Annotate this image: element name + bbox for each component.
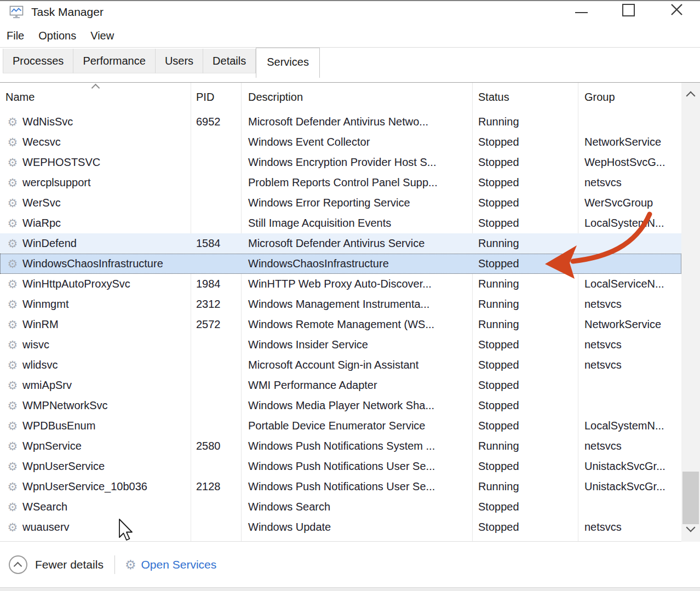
- service-name: WinHttpAutoProxySvc: [22, 274, 130, 294]
- service-row-WiaRpc[interactable]: ⚙WiaRpcStill Image Acquisition EventsSto…: [0, 213, 681, 233]
- service-status: Stopped: [472, 395, 578, 416]
- service-name-cell: ⚙WPDBusEnum: [0, 416, 191, 436]
- service-name-cell: ⚙WindowsChaosInfrastructure: [0, 254, 191, 274]
- service-row-WpnService[interactable]: ⚙WpnService2580Windows Push Notification…: [0, 436, 681, 456]
- close-button[interactable]: [669, 2, 684, 17]
- service-gear-icon: ⚙: [5, 193, 20, 213]
- fewer-details-button[interactable]: [9, 555, 27, 574]
- column-header-pid[interactable]: PID: [191, 83, 241, 112]
- service-group: netsvcs: [578, 355, 681, 375]
- tab-services[interactable]: Services: [256, 48, 320, 78]
- scrollbar-thumb[interactable]: [682, 472, 699, 524]
- window-title: Task Manager: [31, 5, 104, 19]
- service-row-WPDBusEnum[interactable]: ⚙WPDBusEnumPortable Device Enumerator Se…: [0, 416, 681, 436]
- service-description: Microsoft Account Sign-in Assistant: [241, 355, 472, 375]
- service-name: WPDBusEnum: [22, 416, 95, 436]
- service-row-wisvc[interactable]: ⚙wisvcWindows Insider ServiceStoppednets…: [0, 335, 681, 355]
- vertical-scrollbar[interactable]: [681, 83, 700, 542]
- service-description: Windows Event Collector: [241, 132, 472, 152]
- service-gear-icon: ⚙: [5, 355, 20, 375]
- service-status: Stopped: [472, 416, 578, 436]
- tab-details[interactable]: Details: [203, 49, 256, 73]
- fewer-details-label[interactable]: Fewer details: [35, 558, 104, 571]
- service-description: Windows Push Notifications User Se...: [241, 456, 472, 477]
- service-row-wmiApSrv[interactable]: ⚙wmiApSrvWMI Performance AdapterStopped: [0, 375, 681, 395]
- service-group: LocalSystemN...: [578, 416, 681, 436]
- service-row-WpnUserService_10b036[interactable]: ⚙WpnUserService_10b0362128Windows Push N…: [0, 477, 681, 497]
- menu-options[interactable]: Options: [38, 30, 76, 42]
- service-name-cell: ⚙wisvc: [0, 335, 191, 355]
- open-services-link[interactable]: Open Services: [141, 558, 217, 571]
- tab-performance[interactable]: Performance: [73, 49, 156, 73]
- service-row-WinHttpAutoProxySvc[interactable]: ⚙WinHttpAutoProxySvc1984WinHTTP Web Prox…: [0, 274, 681, 294]
- scroll-down-arrow-icon[interactable]: [686, 523, 696, 532]
- service-row-wuauserv[interactable]: ⚙wuauservWindows UpdateStoppednetsvcs: [0, 517, 681, 537]
- service-name: WinDefend: [22, 233, 77, 254]
- scroll-up-arrow-icon[interactable]: [686, 91, 696, 101]
- service-pid: [191, 517, 241, 537]
- column-header-name[interactable]: Name: [0, 83, 191, 112]
- collapse-chevron-icon: [14, 562, 22, 571]
- service-group: WerSvcGroup: [578, 193, 681, 213]
- service-description: Windows Update: [241, 517, 472, 537]
- service-row-WEPHOSTSVC[interactable]: ⚙WEPHOSTSVCWindows Encryption Provider H…: [0, 152, 681, 173]
- task-manager-app-icon: [9, 4, 24, 20]
- title-bar: Task Manager: [0, 1, 700, 24]
- service-status: Stopped: [472, 193, 578, 213]
- service-name-cell: ⚙wercplsupport: [0, 173, 191, 193]
- service-name-cell: ⚙wlidsvc: [0, 355, 191, 375]
- service-pid: [191, 375, 241, 395]
- service-name: WindowsChaosInfrastructure: [22, 254, 163, 274]
- service-gear-icon: ⚙: [5, 416, 20, 436]
- service-status: Stopped: [472, 213, 578, 233]
- service-name: WpnUserService: [22, 456, 105, 477]
- tab-bar: ProcessesPerformanceUsersDetailsServices: [0, 48, 700, 78]
- service-row-WindowsChaosInfrastructure[interactable]: ⚙WindowsChaosInfrastructureWindowsChaosI…: [0, 254, 681, 274]
- service-row-WerSvc[interactable]: ⚙WerSvcWindows Error Reporting ServiceSt…: [0, 193, 681, 213]
- column-header-status[interactable]: Status: [472, 83, 578, 112]
- service-row-WSearch[interactable]: ⚙WSearchWindows SearchStopped: [0, 497, 681, 517]
- service-name-cell: ⚙WMPNetworkSvc: [0, 395, 191, 416]
- service-status: Stopped: [472, 355, 578, 375]
- minimize-button[interactable]: [575, 12, 588, 13]
- service-name: WMPNetworkSvc: [22, 395, 108, 416]
- maximize-button[interactable]: [622, 4, 635, 16]
- service-group: WepHostSvcG...: [578, 152, 681, 173]
- service-row-WinRM[interactable]: ⚙WinRM2572Windows Remote Management (WS.…: [0, 314, 681, 335]
- menu-view[interactable]: View: [90, 30, 114, 42]
- service-pid: [191, 152, 241, 173]
- column-header-group[interactable]: Group: [578, 83, 681, 112]
- service-row-WMPNetworkSvc[interactable]: ⚙WMPNetworkSvcWindows Media Player Netwo…: [0, 395, 681, 416]
- service-description: Microsoft Defender Antivirus Netwo...: [241, 112, 472, 132]
- service-row-Winmgmt[interactable]: ⚙Winmgmt2312Windows Management Instrumen…: [0, 294, 681, 314]
- service-gear-icon: ⚙: [5, 375, 20, 395]
- tab-users[interactable]: Users: [156, 49, 203, 73]
- menu-file[interactable]: File: [7, 30, 24, 42]
- service-gear-icon: ⚙: [5, 254, 20, 274]
- service-pid: 1584: [191, 233, 241, 254]
- service-status: Stopped: [472, 254, 578, 274]
- service-name: Wecsvc: [22, 132, 61, 152]
- service-status: Running: [472, 314, 578, 335]
- service-name-cell: ⚙wmiApSrv: [0, 375, 191, 395]
- service-row-WinDefend[interactable]: ⚙WinDefend1584Microsoft Defender Antivir…: [0, 233, 681, 254]
- service-row-WdNisSvc[interactable]: ⚙WdNisSvc6952Microsoft Defender Antiviru…: [0, 112, 681, 132]
- column-header-description[interactable]: Description: [241, 83, 472, 112]
- service-row-wlidsvc[interactable]: ⚙wlidsvcMicrosoft Account Sign-in Assist…: [0, 355, 681, 375]
- service-pid: 6952: [191, 112, 241, 132]
- service-pid: [191, 456, 241, 477]
- service-description: Problem Reports Control Panel Supp...: [241, 173, 472, 193]
- service-name: WdNisSvc: [22, 112, 73, 132]
- service-gear-icon: ⚙: [5, 173, 20, 193]
- service-row-wercplsupport[interactable]: ⚙wercplsupportProblem Reports Control Pa…: [0, 173, 681, 193]
- service-group: [578, 395, 681, 416]
- service-row-WpnUserService[interactable]: ⚙WpnUserServiceWindows Push Notification…: [0, 456, 681, 477]
- service-group: [578, 233, 681, 254]
- service-name-cell: ⚙wuauserv: [0, 517, 191, 537]
- service-group: NetworkService: [578, 314, 681, 335]
- tab-processes[interactable]: Processes: [3, 49, 73, 73]
- service-group: [578, 375, 681, 395]
- service-description: Windows Encryption Provider Host S...: [241, 152, 472, 173]
- service-row-Wecsvc[interactable]: ⚙WecsvcWindows Event CollectorStoppedNet…: [0, 132, 681, 152]
- service-name-cell: ⚙Winmgmt: [0, 294, 191, 314]
